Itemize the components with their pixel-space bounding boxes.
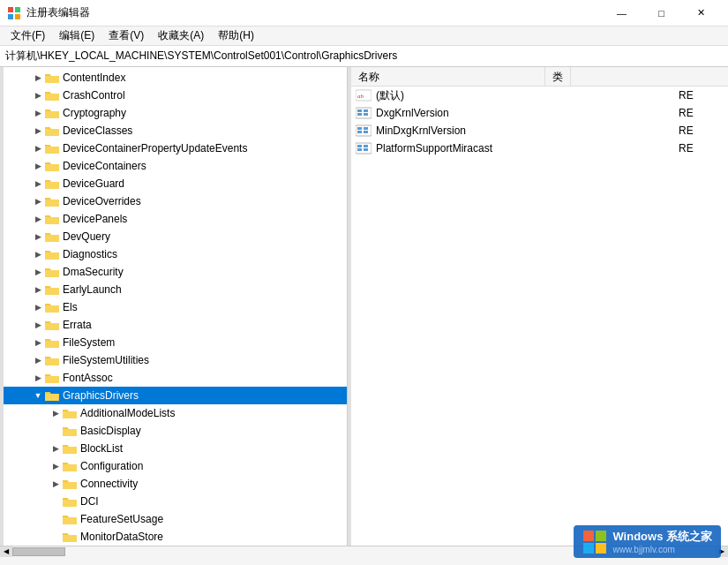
tree-item-CrashControl[interactable]: ▶ CrashControl: [4, 87, 347, 104]
tree-label-DeviceContainers: DeviceContainers: [63, 160, 343, 172]
folder-icon-CrashControl: [44, 89, 60, 102]
svg-rect-11: [45, 200, 59, 207]
expand-arrow-CrashControl[interactable]: ▶: [32, 91, 44, 100]
expand-arrow-Els[interactable]: ▶: [32, 303, 44, 312]
tree-item-DCI[interactable]: DCI: [4, 493, 347, 510]
svg-rect-41: [364, 131, 368, 133]
tree-label-Connectivity: Connectivity: [80, 478, 343, 490]
tree-label-Els: Els: [63, 301, 343, 313]
expand-arrow-DeviceContainers[interactable]: ▶: [32, 162, 44, 170]
svg-rect-19: [45, 341, 59, 348]
tree-item-DeviceContainers[interactable]: ▶ DeviceContainers: [4, 157, 347, 175]
tree-item-Els[interactable]: ▶ Els: [4, 298, 347, 316]
tree-item-FontAssoc[interactable]: ▶ FontAssoc: [4, 369, 347, 387]
expand-arrow-BlockList[interactable]: ▶: [49, 444, 62, 453]
svg-rect-39: [357, 131, 362, 133]
expand-arrow-Connectivity[interactable]: ▶: [49, 479, 62, 488]
tree-item-AdditionalModeLists[interactable]: ▶ AdditionalModeLists: [4, 404, 347, 422]
svg-rect-20: [45, 358, 59, 365]
svg-rect-29: [63, 535, 77, 542]
expand-arrow-Diagnostics[interactable]: ▶: [32, 250, 44, 259]
tree-item-DmaSecurity[interactable]: ▶ DmaSecurity: [4, 263, 347, 281]
tree-item-MonitorDataStore[interactable]: MonitorDataStore: [4, 528, 347, 546]
expand-arrow-AdditionalModeLists[interactable]: ▶: [49, 409, 62, 418]
tree-item-DeviceGuard[interactable]: ▶ DeviceGuard: [4, 175, 347, 192]
svg-rect-6: [45, 111, 59, 118]
window-title: 注册表编辑器: [26, 5, 602, 20]
tree-item-Errata[interactable]: ▶ Errata: [4, 316, 347, 334]
svg-rect-49: [583, 543, 594, 554]
expand-arrow-DeviceClasses[interactable]: ▶: [32, 126, 44, 135]
expand-arrow-Errata[interactable]: ▶: [32, 320, 44, 329]
expand-arrow-ContentIndex[interactable]: ▶: [32, 73, 44, 82]
expand-arrow-FontAssoc[interactable]: ▶: [32, 373, 44, 382]
svg-text:ab: ab: [357, 93, 364, 100]
expand-arrow-DevQuery[interactable]: ▶: [32, 232, 44, 241]
close-button[interactable]: ✕: [681, 0, 721, 26]
tree-scroll[interactable]: ▶ ContentIndex▶ CrashControl▶ Cryptograp…: [4, 67, 347, 546]
folder-icon-BlockList: [62, 442, 78, 455]
tree-item-DeviceContainerPropertyUpdateEvents[interactable]: ▶ DeviceContainerPropertyUpdateEvents: [4, 139, 347, 157]
expand-arrow-FileSystem[interactable]: ▶: [32, 338, 44, 347]
tree-item-Cryptography[interactable]: ▶ Cryptography: [4, 104, 347, 122]
svg-rect-33: [357, 109, 362, 112]
window-controls: — □ ✕: [602, 0, 721, 26]
minimize-button[interactable]: —: [602, 0, 642, 26]
tree-item-FileSystemUtilities[interactable]: ▶ FileSystemUtilities: [4, 351, 347, 369]
expand-arrow-DeviceGuard[interactable]: ▶: [32, 179, 44, 188]
tree-panel: ▶ ContentIndex▶ CrashControl▶ Cryptograp…: [4, 67, 348, 546]
svg-rect-9: [45, 164, 59, 171]
svg-rect-27: [63, 500, 77, 507]
right-scroll[interactable]: ab (默认)RE DxgKrnlVersionRE MinDxgKrnlVer…: [351, 87, 728, 546]
address-text: 计算机\HKEY_LOCAL_MACHINE\SYSTEM\ControlSet…: [5, 49, 397, 64]
reg-type-DxgKrnlVersion: RE: [672, 107, 724, 119]
tree-label-DeviceOverrides: DeviceOverrides: [63, 195, 343, 207]
svg-rect-28: [63, 517, 77, 524]
tree-item-Diagnostics[interactable]: ▶ Diagnostics: [4, 245, 347, 263]
tree-item-ContentIndex[interactable]: ▶ ContentIndex: [4, 69, 347, 87]
tree-item-DeviceOverrides[interactable]: ▶ DeviceOverrides: [4, 192, 347, 210]
expand-arrow-Configuration[interactable]: ▶: [49, 462, 62, 471]
svg-rect-17: [45, 305, 59, 313]
tree-item-EarlyLaunch[interactable]: ▶ EarlyLaunch: [4, 281, 347, 298]
tree-item-BlockList[interactable]: ▶ BlockList: [4, 440, 347, 457]
menu-edit[interactable]: 编辑(E): [52, 26, 101, 46]
expand-arrow-DeviceOverrides[interactable]: ▶: [32, 197, 44, 206]
reg-item-MinDxgKrnlVersion[interactable]: MinDxgKrnlVersionRE: [351, 122, 728, 139]
tree-item-FeatureSetUsage[interactable]: FeatureSetUsage: [4, 510, 347, 528]
scroll-thumb[interactable]: [12, 547, 65, 556]
reg-item-DxgKrnlVersion[interactable]: DxgKrnlVersionRE: [351, 104, 728, 122]
svg-rect-43: [357, 145, 362, 147]
tree-item-GraphicsDrivers[interactable]: ▼ GraphicsDrivers: [4, 387, 347, 404]
folder-icon-DevicePanels: [44, 213, 60, 225]
reg-item-PlatformSupportMiracast[interactable]: PlatformSupportMiracastRE: [351, 139, 728, 157]
expand-arrow-GraphicsDrivers[interactable]: ▼: [32, 391, 44, 400]
expand-arrow-DevicePanels[interactable]: ▶: [32, 215, 44, 223]
tree-item-DeviceClasses[interactable]: ▶ DeviceClasses: [4, 122, 347, 139]
tree-item-DevicePanels[interactable]: ▶ DevicePanels: [4, 210, 347, 228]
tree-item-DevQuery[interactable]: ▶ DevQuery: [4, 228, 347, 245]
tree-item-BasicDisplay[interactable]: BasicDisplay: [4, 422, 347, 440]
tree-item-FileSystem[interactable]: ▶ FileSystem: [4, 334, 347, 351]
maximize-button[interactable]: □: [642, 0, 681, 26]
tree-label-Configuration: Configuration: [80, 460, 343, 472]
folder-icon-Configuration: [62, 460, 78, 472]
app-icon: [7, 6, 21, 20]
expand-arrow-EarlyLaunch[interactable]: ▶: [32, 285, 44, 294]
reg-item-default[interactable]: ab (默认)RE: [351, 87, 728, 104]
expand-arrow-DeviceContainerPropertyUpdateEvents[interactable]: ▶: [32, 144, 44, 153]
menu-help[interactable]: 帮助(H): [211, 26, 261, 46]
expand-arrow-FileSystemUtilities[interactable]: ▶: [32, 356, 44, 365]
svg-rect-2: [8, 14, 13, 19]
tree-item-Configuration[interactable]: ▶ Configuration: [4, 457, 347, 475]
scroll-left-btn[interactable]: ◀: [0, 546, 12, 557]
expand-arrow-DmaSecurity[interactable]: ▶: [32, 267, 44, 276]
expand-arrow-Cryptography[interactable]: ▶: [32, 109, 44, 117]
tree-item-Connectivity[interactable]: ▶ Connectivity: [4, 475, 347, 493]
col-type-header: 类: [545, 67, 571, 87]
folder-icon-MonitorDataStore: [62, 531, 78, 543]
menu-favorites[interactable]: 收藏夹(A): [151, 26, 211, 46]
menu-file[interactable]: 文件(F): [4, 26, 52, 46]
menu-view[interactable]: 查看(V): [101, 26, 151, 46]
reg-type-MinDxgKrnlVersion: RE: [672, 124, 724, 137]
